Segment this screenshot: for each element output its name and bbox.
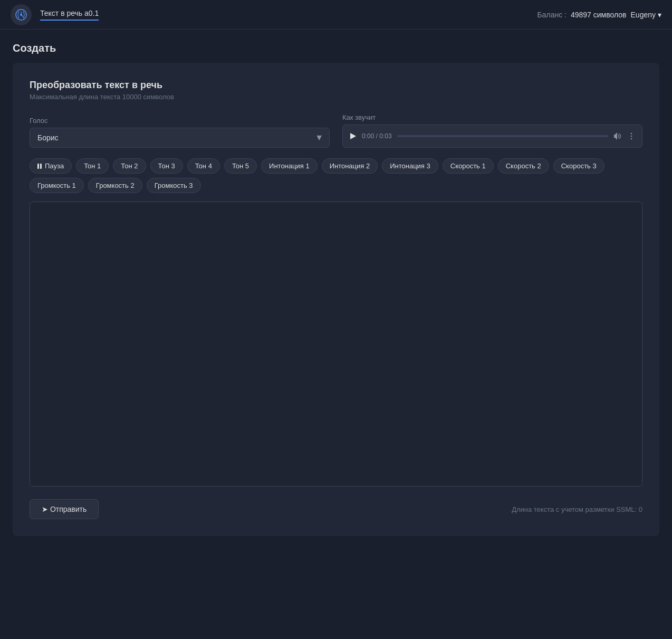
voice-group: Голос Борис ▼ [30, 117, 330, 148]
tag-ton5-label: Тон 5 [232, 162, 249, 170]
tag-ton1-label: Тон 1 [84, 162, 101, 170]
tag-ton2-label: Тон 2 [121, 162, 138, 170]
logo [11, 4, 32, 25]
tag-ton4-button[interactable]: Тон 4 [187, 158, 220, 174]
svg-marker-2 [350, 133, 356, 139]
tag-ton3-button[interactable]: Тон 3 [150, 158, 183, 174]
tag-pause-label: Пауза [45, 162, 64, 170]
voice-select[interactable]: Борис [30, 128, 330, 148]
voice-select-wrapper: Борис ▼ [30, 128, 330, 148]
page-title: Создать [0, 30, 672, 63]
audio-progress-bar[interactable] [397, 135, 608, 137]
tag-intonation1-button[interactable]: Интонация 1 [261, 158, 318, 174]
tag-ton4-label: Тон 4 [195, 162, 212, 170]
tag-volume3-button[interactable]: Громкость 3 [147, 178, 201, 193]
svg-point-1 [20, 14, 22, 16]
header-right: Баланс : 49897 символов Eugeny ▾ [537, 11, 661, 19]
tag-speed3-label: Скорость 3 [561, 162, 597, 170]
user-chevron-icon: ▾ [658, 11, 661, 19]
preview-group: Как звучит 0:00 / 0:03 [342, 113, 642, 148]
tag-volume3-label: Громкость 3 [155, 182, 193, 189]
card-subtitle: Максимальная длина текста 10000 символов [30, 93, 642, 101]
tag-pause-button[interactable]: Пауза [30, 158, 72, 174]
volume-button[interactable] [613, 132, 622, 140]
svg-point-5 [631, 138, 632, 140]
controls-row: Голос Борис ▼ Как звучит 0:00 / 0:03 [30, 113, 642, 148]
audio-time: 0:00 / 0:03 [362, 132, 392, 140]
tag-ton5-button[interactable]: Тон 5 [224, 158, 257, 174]
tag-intonation1-label: Интонация 1 [269, 162, 310, 170]
tag-ton3-label: Тон 3 [158, 162, 175, 170]
header: Текст в речь а0.1 Баланс : 49897 символо… [0, 0, 672, 30]
tag-volume1-label: Громкость 1 [37, 182, 76, 189]
tag-speed1-button[interactable]: Скорость 1 [443, 158, 494, 174]
submit-button[interactable]: ➤ Отправить [30, 499, 99, 519]
header-left: Текст в речь а0.1 [11, 4, 99, 25]
tags-row: Пауза Тон 1 Тон 2 Тон 3 Тон 4 Тон 5 Инто… [30, 158, 642, 193]
nav-tts-link[interactable]: Текст в речь а0.1 [40, 9, 99, 21]
tag-intonation3-label: Интонация 3 [390, 162, 430, 170]
main-card: Преобразовать текст в речь Максимальная … [13, 63, 659, 536]
tag-ton2-button[interactable]: Тон 2 [113, 158, 146, 174]
balance-value: 49897 символов [571, 11, 627, 19]
audio-player: 0:00 / 0:03 [342, 125, 642, 148]
text-input[interactable] [30, 202, 642, 487]
tag-intonation2-button[interactable]: Интонация 2 [322, 158, 378, 174]
svg-point-3 [631, 133, 632, 135]
svg-point-4 [631, 136, 632, 137]
tag-speed2-label: Скорость 2 [506, 162, 541, 170]
more-button[interactable] [627, 132, 636, 140]
play-button[interactable] [349, 132, 357, 140]
user-menu-button[interactable]: Eugeny ▾ [631, 11, 661, 19]
tag-speed1-label: Скорость 1 [450, 162, 486, 170]
card-title: Преобразовать текст в речь [30, 80, 642, 91]
user-name: Eugeny [631, 11, 656, 19]
tag-speed2-button[interactable]: Скорость 2 [498, 158, 549, 174]
tag-volume2-button[interactable]: Громкость 2 [88, 178, 142, 193]
tag-ton1-button[interactable]: Тон 1 [76, 158, 109, 174]
tag-volume1-button[interactable]: Громкость 1 [30, 178, 84, 193]
preview-label: Как звучит [342, 113, 642, 121]
voice-label: Голос [30, 117, 330, 125]
tag-volume2-label: Громкость 2 [96, 182, 135, 189]
tag-intonation2-label: Интонация 2 [330, 162, 370, 170]
pause-icon [37, 164, 42, 169]
ssml-info: Длина текста с учетом разметки SSML: 0 [512, 506, 642, 513]
tag-speed3-button[interactable]: Скорость 3 [553, 158, 604, 174]
balance-label: Баланс : [537, 11, 566, 19]
tag-intonation3-button[interactable]: Интонация 3 [382, 158, 438, 174]
footer-row: ➤ Отправить Длина текста с учетом размет… [30, 499, 642, 519]
